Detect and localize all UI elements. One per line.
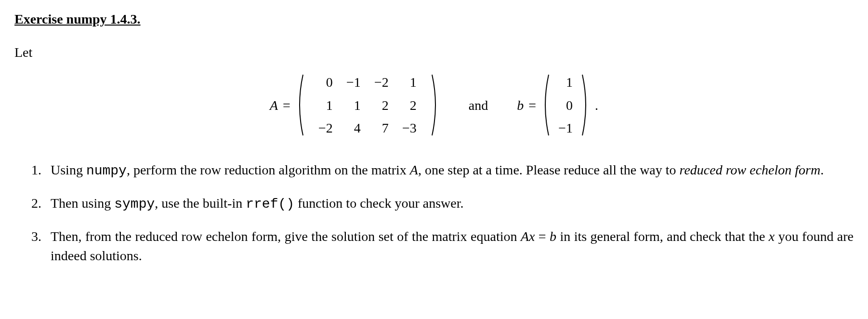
equation-b: b = 1 0 −1 .: [517, 69, 598, 141]
right-paren-icon: [580, 74, 590, 136]
left-paren-icon: [295, 74, 305, 136]
matrix-cell: 7: [374, 119, 389, 137]
var-b: b: [517, 96, 524, 115]
emphasis-rref: reduced row echelon form: [680, 162, 821, 177]
left-paren-icon: [541, 74, 551, 136]
item-text: Then, from the reduced row echelon form,…: [51, 227, 854, 265]
list-item: 2. Then using sympy, use the built-in rr…: [14, 194, 854, 213]
equation-A: A = 0 −1 −2 1 1 1 2 2 −2: [270, 69, 440, 141]
code-sympy: sympy: [114, 197, 155, 212]
matrix-cell: −1: [346, 73, 361, 92]
matrix-cell: −2: [374, 73, 389, 92]
exercise-title: Exercise numpy 1.4.3.: [14, 10, 854, 28]
item-text: Using numpy, perform the row reduction a…: [51, 160, 854, 180]
period: .: [595, 96, 598, 115]
list-item: 1. Using numpy, perform the row reductio…: [14, 160, 854, 180]
item-text: Then using sympy, use the built-in rref(…: [51, 194, 854, 213]
matrix-A: 0 −1 −2 1 1 1 2 2 −2 4 7 −3: [295, 69, 440, 141]
item-number: 3.: [31, 227, 45, 265]
var-A: A: [270, 96, 278, 115]
equals-sign: =: [283, 96, 290, 115]
matrix-cell: 1: [318, 96, 333, 115]
matrix-cell: 1: [402, 73, 417, 92]
var-x: x: [769, 229, 775, 244]
vector-cell: 0: [558, 96, 573, 115]
matrix-cell: 1: [346, 96, 361, 115]
item-number: 2.: [31, 194, 45, 213]
code-numpy: numpy: [86, 163, 127, 178]
exercise-list: 1. Using numpy, perform the row reductio…: [14, 160, 854, 265]
equals-sign: =: [528, 96, 536, 115]
var-b: b: [550, 229, 556, 244]
item-number: 1.: [31, 160, 45, 180]
matrix-cell: −3: [402, 119, 417, 137]
list-item: 3. Then, from the reduced row echelon fo…: [14, 227, 854, 265]
vector-b: 1 0 −1: [541, 69, 590, 141]
matrix-cell: 2: [402, 96, 417, 115]
let-text: Let: [14, 43, 854, 62]
matrix-cell: 0: [318, 73, 333, 92]
math-block: A = 0 −1 −2 1 1 1 2 2 −2: [14, 69, 854, 141]
matrix-cell: −2: [318, 119, 333, 137]
vector-cell: −1: [558, 119, 573, 137]
and-text: and: [469, 96, 488, 115]
matrix-cell: 2: [374, 96, 389, 115]
code-rref: rref(): [246, 197, 294, 212]
var-A: A: [521, 229, 529, 244]
matrix-cell: 4: [346, 119, 361, 137]
right-paren-icon: [430, 74, 440, 136]
vector-cell: 1: [558, 73, 573, 92]
var-A: A: [410, 162, 418, 177]
var-x: x: [529, 229, 535, 244]
